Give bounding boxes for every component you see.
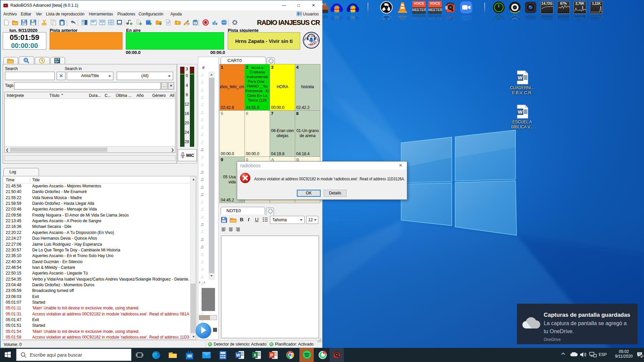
svg-text:W: W: [236, 353, 240, 358]
svg-text:W: W: [518, 109, 523, 115]
svg-text:W: W: [518, 75, 523, 80]
svg-text:2: 2: [324, 351, 325, 355]
svg-text:X: X: [254, 353, 257, 358]
svg-text:P: P: [270, 353, 273, 358]
svg-text:4: 4: [641, 355, 642, 358]
